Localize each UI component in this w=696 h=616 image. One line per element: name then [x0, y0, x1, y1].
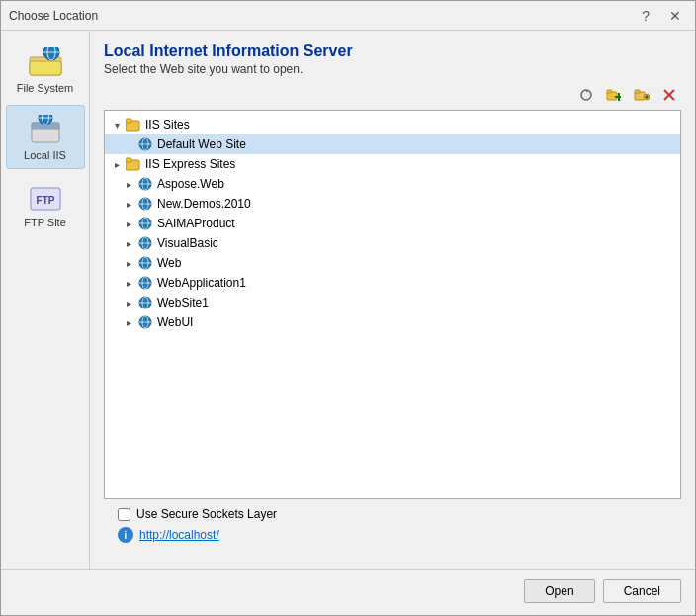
- tree-item-web-application1[interactable]: ▸ WebApplication1: [105, 273, 680, 293]
- tree-container[interactable]: ▾ IIS Sites: [104, 110, 681, 499]
- tree-item-iis-sites[interactable]: ▾ IIS Sites: [105, 115, 680, 134]
- tree-item-aspose-web[interactable]: ▸ Aspose.Web: [105, 174, 680, 194]
- tree-label-new-demos-2010: New.Demos.2010: [157, 197, 251, 211]
- main-panel: Local Internet Information Server Select…: [90, 31, 695, 569]
- tree-item-visual-basic[interactable]: ▸ VisualBasic: [105, 233, 680, 253]
- tree-label-web-application1: WebApplication1: [157, 276, 246, 290]
- expander-web-application1[interactable]: ▸: [121, 278, 136, 289]
- sidebar-item-ftp-site[interactable]: FTP FTP Site: [6, 173, 85, 235]
- tree-item-webui[interactable]: ▸ WebUI: [105, 312, 680, 332]
- close-button[interactable]: ✕: [663, 6, 687, 26]
- expander-visual-basic[interactable]: ▸: [121, 238, 136, 249]
- globe-icon-default-web-site: [136, 136, 154, 152]
- buttons-row: Open Cancel: [1, 569, 695, 615]
- tree-label-iis-express-sites: IIS Express Sites: [145, 157, 235, 171]
- ssl-row: Use Secure Sockets Layer: [118, 507, 667, 521]
- globe-icon-aspose-web: [136, 176, 154, 192]
- tree-label-visual-basic: VisualBasic: [157, 236, 218, 250]
- expander-iis-express-sites[interactable]: ▸: [109, 159, 125, 170]
- ftp-site-icon: FTP: [26, 179, 65, 215]
- cancel-button[interactable]: Cancel: [603, 579, 681, 603]
- refresh-icon: [579, 88, 593, 102]
- expander-aspose-web[interactable]: ▸: [121, 179, 136, 190]
- svg-rect-25: [126, 119, 131, 123]
- sidebar-item-file-system[interactable]: File System: [6, 39, 85, 101]
- title-bar: Choose Location ? ✕: [1, 1, 695, 31]
- folder-icon-iis-sites: [125, 117, 142, 132]
- expander-new-demos-2010[interactable]: ▸: [121, 199, 136, 210]
- new-site-icon: [634, 88, 650, 102]
- dialog-title: Choose Location: [9, 9, 98, 23]
- tree-item-website1[interactable]: ▸ WebSite1: [105, 293, 680, 312]
- sidebar-item-local-iis[interactable]: Local IIS: [6, 105, 85, 169]
- delete-icon: [662, 88, 676, 102]
- globe-icon-website1: [136, 295, 154, 310]
- tree-label-saima-product: SAIMAProduct: [157, 217, 235, 230]
- title-bar-buttons: ? ✕: [636, 6, 687, 26]
- svg-point-2: [44, 47, 59, 60]
- url-row: i http://localhost/: [118, 527, 667, 543]
- globe-icon-web: [136, 255, 154, 271]
- dialog-content: File System Local IIS: [1, 31, 695, 569]
- expander-web[interactable]: ▸: [121, 258, 136, 269]
- main-header: Local Internet Information Server Select…: [104, 43, 681, 76]
- local-iis-icon: [26, 112, 65, 147]
- ssl-label[interactable]: Use Secure Sockets Layer: [136, 507, 277, 521]
- sidebar: File System Local IIS: [1, 31, 90, 569]
- main-subtitle: Select the Web site you want to open.: [104, 62, 681, 76]
- new-vdir-icon: [606, 88, 622, 102]
- tree-label-webui: WebUI: [157, 315, 193, 329]
- delete-button[interactable]: [657, 84, 681, 106]
- toolbar: [104, 84, 681, 106]
- svg-rect-14: [607, 90, 612, 93]
- footer: Use Secure Sockets Layer i http://localh…: [104, 499, 681, 557]
- globe-icon-new-demos-2010: [136, 196, 154, 212]
- open-button[interactable]: Open: [524, 579, 594, 603]
- tree-label-web: Web: [157, 256, 181, 270]
- svg-rect-30: [126, 158, 131, 162]
- sidebar-item-ftp-site-label: FTP Site: [24, 217, 66, 229]
- tree-item-saima-product[interactable]: ▸ SAIMAProduct: [105, 214, 680, 233]
- new-vdir-button[interactable]: [602, 84, 626, 106]
- globe-icon-web-application1: [136, 275, 154, 291]
- tree-item-iis-express-sites[interactable]: ▸ IIS Express Sites: [105, 154, 680, 174]
- file-system-icon: [26, 44, 65, 80]
- tree-label-website1: WebSite1: [157, 296, 209, 309]
- expander-saima-product[interactable]: ▸: [121, 219, 136, 229]
- tree-item-new-demos-2010[interactable]: ▸ New.Demos.2010: [105, 194, 680, 214]
- info-icon: i: [118, 527, 133, 543]
- svg-point-7: [39, 115, 52, 125]
- globe-icon-visual-basic: [136, 235, 154, 251]
- tree-item-web[interactable]: ▸ Web: [105, 253, 680, 273]
- folder-icon-iis-express-sites: [125, 156, 142, 172]
- ssl-checkbox[interactable]: [118, 508, 130, 521]
- tree-item-default-web-site[interactable]: Default Web Site: [105, 134, 680, 154]
- main-title: Local Internet Information Server: [104, 43, 681, 60]
- tree-label-default-web-site: Default Web Site: [157, 137, 246, 151]
- svg-text:FTP: FTP: [36, 195, 54, 206]
- sidebar-item-local-iis-label: Local IIS: [24, 149, 66, 162]
- globe-icon-saima-product: [136, 216, 154, 231]
- expander-iis-sites[interactable]: ▾: [109, 120, 125, 131]
- tree-label-aspose-web: Aspose.Web: [157, 177, 224, 191]
- globe-icon-webui: [136, 314, 154, 330]
- new-site-button[interactable]: [630, 84, 653, 106]
- tree-label-iis-sites: IIS Sites: [145, 118, 190, 132]
- refresh-button[interactable]: [574, 84, 598, 106]
- expander-website1[interactable]: ▸: [121, 298, 136, 308]
- svg-rect-18: [635, 90, 640, 93]
- help-button[interactable]: ?: [636, 6, 655, 26]
- sidebar-item-file-system-label: File System: [17, 82, 73, 95]
- svg-rect-1: [30, 61, 61, 75]
- url-text[interactable]: http://localhost/: [139, 528, 219, 542]
- dialog-window: Choose Location ? ✕ File System: [0, 0, 696, 616]
- expander-webui[interactable]: ▸: [121, 317, 136, 328]
